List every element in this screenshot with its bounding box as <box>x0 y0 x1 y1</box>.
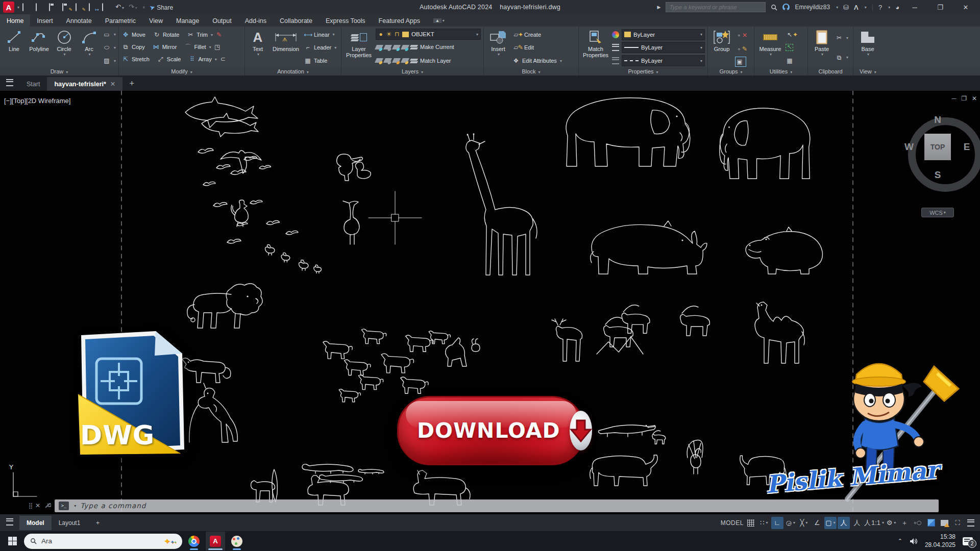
drawing-pelican[interactable] <box>337 154 363 181</box>
viewport-style-control[interactable]: [2D Wireframe] <box>26 97 70 105</box>
status-menu-icon[interactable] <box>0 518 19 527</box>
publish-icon[interactable]: ↦ <box>89 4 97 11</box>
taskbar-autocad[interactable]: A <box>206 532 225 550</box>
viewcube-south[interactable]: S <box>935 169 941 181</box>
annotation-scale-button[interactable]: 人1:1▾ <box>864 517 884 529</box>
tab-add-ins[interactable]: Add-ins <box>238 14 273 27</box>
taskbar-chrome[interactable] <box>184 532 204 550</box>
viewcube-top-face[interactable]: TOP <box>924 134 951 160</box>
drawing-dog-group[interactable] <box>323 329 480 402</box>
panel-label-layers[interactable]: Layers ▾ <box>341 67 483 76</box>
drawing-giraffe[interactable] <box>466 134 537 276</box>
expand-search-icon[interactable]: ▶ <box>657 5 661 10</box>
layer-select[interactable]: ● ☀ ⊓ OBJEKT ▾ <box>376 29 481 40</box>
drawing-deer[interactable] <box>552 319 582 361</box>
object-snap-toggle[interactable]: ▢▾ <box>824 517 837 529</box>
base-button[interactable]: Base▾ <box>856 28 879 67</box>
text-button[interactable]: A Text▾ <box>248 28 268 67</box>
drawing-ibex-pair[interactable] <box>597 305 650 354</box>
table-button[interactable]: ▦Table <box>304 55 336 67</box>
select-window-button[interactable]: ↖ <box>786 41 797 54</box>
panel-label-block[interactable]: Block ▾ <box>484 67 578 76</box>
command-grip-icon[interactable]: ⣿ <box>29 503 32 509</box>
annotation-visibility-toggle[interactable]: 人 <box>838 517 850 529</box>
drawing-dolphins[interactable] <box>185 97 258 137</box>
tab-collaborate[interactable]: Collaborate <box>273 14 319 27</box>
cut-button[interactable]: ✂▾ <box>835 32 848 44</box>
drawing-bird-flock[interactable] <box>198 148 298 243</box>
drawing-kangaroo[interactable] <box>189 383 237 442</box>
help-caret-icon[interactable]: ▾ <box>888 5 890 10</box>
command-recent-caret-icon[interactable]: ▾ <box>74 504 76 508</box>
minimize-button[interactable]: ─ <box>904 4 925 11</box>
quick-calc-button[interactable]: ▦ <box>786 55 797 67</box>
app-menu-caret-icon[interactable]: ▾ <box>17 5 19 10</box>
help-icon[interactable]: ? <box>878 4 882 11</box>
group-edit-button[interactable]: ▫✎ <box>735 43 746 55</box>
annotation-monitor-button[interactable]: ＋ <box>898 517 911 529</box>
insert-button[interactable]: Insert▾ <box>486 28 510 67</box>
restore-button[interactable]: ❐ <box>930 4 950 11</box>
hardware-acceleration-button[interactable] <box>925 517 937 529</box>
tab-express-tools[interactable]: Express Tools <box>319 14 372 27</box>
copy-button[interactable]: ⧉Copy <box>121 41 145 53</box>
drawing-small-goat[interactable] <box>652 431 666 444</box>
new-drawing-tab-button[interactable]: ＋ <box>122 78 141 91</box>
start-tab[interactable]: Start <box>19 78 47 91</box>
print-icon[interactable] <box>102 4 111 11</box>
polar-tracking-toggle[interactable]: ◶▾ <box>785 517 797 529</box>
model-space-toggle[interactable]: MODEL <box>721 517 744 529</box>
redo-button[interactable]: ↷▾ <box>129 4 137 11</box>
command-close-icon[interactable]: ✕ <box>35 502 40 509</box>
paste-button[interactable]: Paste▾ <box>811 28 833 67</box>
tab-annotate[interactable]: Annotate <box>60 14 99 27</box>
edit-attributes-button[interactable]: ❖Edit Attributes▾ <box>512 55 562 67</box>
tab-featured-apps[interactable]: Featured Apps <box>372 14 427 27</box>
drawing-elephant-left[interactable] <box>720 108 810 179</box>
erase-icon[interactable]: ✎ <box>215 32 223 38</box>
autoscale-toggle[interactable]: 人 <box>851 517 863 529</box>
match-properties-button[interactable]: Match Properties <box>581 28 610 67</box>
plot-icon[interactable]: ✎ <box>76 4 84 11</box>
app-store-cart-icon[interactable]: ⛁ <box>843 4 849 11</box>
match-layer-button[interactable]: Match Layer <box>376 55 481 67</box>
measure-button[interactable]: Measure▾ <box>757 28 783 67</box>
customization-button[interactable] <box>965 517 977 529</box>
linetype-select[interactable]: ByLayer▾ <box>622 55 705 66</box>
tab-output[interactable]: Output <box>206 14 238 27</box>
file-tabs-menu-icon[interactable] <box>0 79 19 91</box>
drawing-turkey[interactable] <box>687 440 703 474</box>
stretch-button[interactable]: ⇱Stretch <box>121 53 150 65</box>
help-search-input[interactable] <box>666 2 766 12</box>
ellipse-tool[interactable]: ⬭▾ <box>103 41 116 54</box>
trusted-source-button[interactable] <box>938 517 950 529</box>
vp-minimize-icon[interactable]: ─ <box>952 95 957 102</box>
rectangle-tool[interactable]: ▭▾ <box>103 29 116 41</box>
account-caret-icon[interactable]: ▾ <box>836 5 838 10</box>
panel-label-view[interactable]: View ▾ <box>853 67 980 76</box>
undo-button[interactable]: ↶▾ <box>115 4 124 11</box>
drawing-crocodile[interactable] <box>599 425 656 437</box>
drawing-lion[interactable] <box>187 284 262 328</box>
move-button[interactable]: ✥Move <box>121 29 145 41</box>
model-tab[interactable]: Model <box>19 516 52 530</box>
group-selection-toggle[interactable]: ▣ <box>735 57 746 67</box>
customize-qat-caret-icon[interactable]: ▿ <box>143 5 145 10</box>
block-create-button[interactable]: ▱✦Create <box>512 29 562 41</box>
hatch-tool[interactable]: ▨▾ <box>103 55 116 67</box>
drawing-swan[interactable] <box>355 162 371 179</box>
fillet-button[interactable]: ⌒Fillet▾◳ <box>184 41 221 53</box>
tab-manage[interactable]: Manage <box>169 14 206 27</box>
isodraft-toggle[interactable]: ╳▾ <box>798 517 810 529</box>
make-current-button[interactable]: Make Current <box>376 41 481 53</box>
volume-icon[interactable] <box>910 538 918 545</box>
trim-button[interactable]: ✂Trim▾✎ <box>186 29 223 41</box>
lineweight-select[interactable]: ByLayer▾ <box>622 42 705 53</box>
snap-toggle[interactable]: ∷▾ <box>758 517 770 529</box>
tab-parametric[interactable]: Parametric <box>99 14 142 27</box>
copy-clip-button[interactable]: ⧉▾ <box>835 52 848 64</box>
search-icon[interactable] <box>771 4 777 11</box>
drawing-hippopotamus[interactable] <box>746 227 822 274</box>
drawing-canvas[interactable]: [−][Top][2D Wireframe] ─❐✕ N W E S TOP W… <box>0 91 980 514</box>
rotate-button[interactable]: ↻Rotate <box>153 29 179 41</box>
